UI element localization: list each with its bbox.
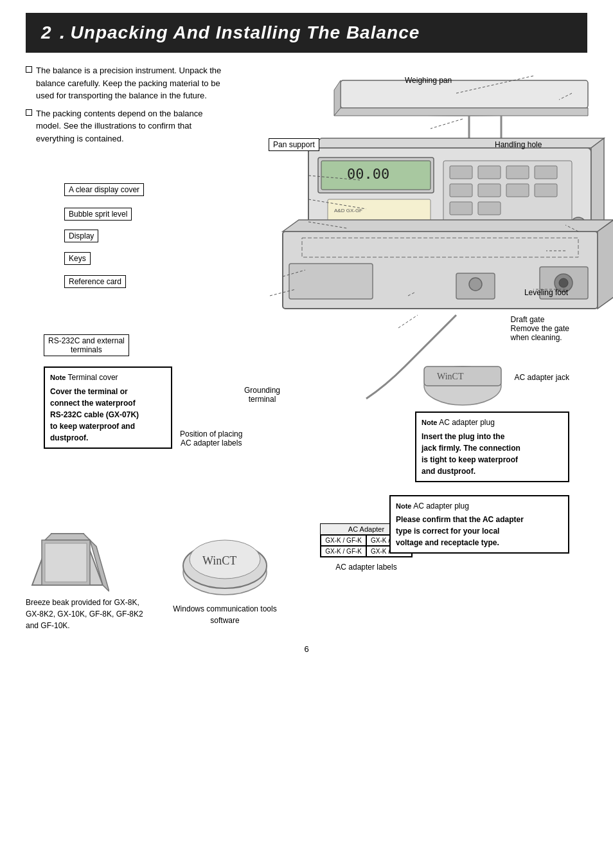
breeze-section: Breeze beak provided for GX-8K, GX-8K2, … (26, 521, 148, 631)
svg-marker-29 (598, 220, 613, 309)
svg-rect-21 (450, 202, 472, 215)
svg-rect-19 (506, 184, 529, 197)
svg-rect-15 (506, 166, 529, 179)
bullet-icon-1 (26, 66, 32, 73)
svg-marker-3 (334, 108, 588, 116)
rs232c-label: RS-232C and external terminals (44, 334, 129, 356)
svg-point-36 (559, 278, 568, 287)
svg-text:WinCT: WinCT (202, 554, 236, 567)
note-ac-plug-1: Note AC adapter plug Insert the plug int… (415, 411, 569, 482)
breeze-text: Breeze beak provided for GX-8K, GX-8K2, … (26, 597, 148, 631)
svg-rect-20 (535, 184, 557, 197)
adapter-cell-3: GX-K / GF-K (321, 546, 366, 557)
svg-rect-22 (478, 202, 501, 215)
bullet-icon-2 (26, 109, 32, 116)
windows-software-section: WinCT Windows communication tools softwa… (167, 521, 283, 626)
page-header: 2．Unpacking And Installing The Balance (26, 13, 587, 53)
page-title: 2．Unpacking And Installing The Balance (41, 21, 572, 45)
svg-rect-31 (289, 264, 373, 299)
ac-adapter-jack-label: AC adapter jack (515, 373, 569, 382)
svg-marker-55 (45, 534, 90, 540)
pan-support-label: Pan support (269, 138, 319, 151)
intro-text-2: The packing contents depend on the balan… (36, 107, 225, 145)
intro-text-1: The balance is a precision instrument. U… (36, 64, 225, 102)
draft-gate-label: Draft gate Remove the gate when cleaning… (511, 315, 569, 342)
svg-rect-14 (478, 166, 501, 179)
position-labels-label: Position of placing AC adapter labels (180, 429, 242, 448)
display-label: Display (64, 230, 98, 242)
svg-text:A&D GX-GF: A&D GX-GF (334, 208, 362, 213)
svg-rect-16 (535, 166, 557, 179)
intro-section: The balance is a precision instrument. U… (26, 64, 225, 150)
svg-rect-17 (450, 184, 472, 197)
keys-label: Keys (64, 252, 91, 265)
handling-hole-label: Handling hole (495, 140, 542, 149)
leveling-foot-label: Leveling foot (524, 288, 568, 297)
svg-rect-58 (45, 543, 87, 582)
windows-text: Windows communication tools software (167, 603, 283, 626)
svg-line-41 (431, 119, 463, 129)
svg-rect-18 (478, 184, 501, 197)
svg-marker-8 (591, 138, 604, 231)
bubble-sprit-level-label: Bubble sprit level (64, 208, 132, 221)
note-ac1-text: Insert the plug into thejack firmly. The… (422, 431, 563, 477)
svg-line-52 (398, 315, 418, 328)
svg-rect-13 (450, 166, 472, 179)
balance-diagram: 00.00 A&D GX-GF (218, 58, 613, 411)
ac-adapter-labels-text: AC adapter labels (302, 563, 431, 572)
note-ac-plug-2: Note AC adapter plug Please confirm that… (389, 495, 569, 554)
adapter-cell-1: GX-K / GF-K (321, 535, 366, 546)
clear-display-cover-label: A clear display cover (64, 183, 144, 196)
svg-marker-7 (308, 138, 604, 148)
svg-rect-1 (341, 80, 588, 108)
note-terminal-text: Cover the terminal orconnect the waterpr… (50, 386, 166, 444)
svg-text:WinCT: WinCT (437, 372, 464, 381)
note-ac2-text: Please confirm that the AC adaptertype i… (396, 514, 563, 548)
reference-card-label: Reference card (64, 275, 126, 288)
grounding-terminal-label: Grounding terminal (244, 386, 280, 404)
page-number: 6 (26, 644, 587, 654)
svg-point-33 (469, 278, 482, 291)
note-terminal-box: Note Terminal cover Cover the terminal o… (44, 366, 172, 449)
